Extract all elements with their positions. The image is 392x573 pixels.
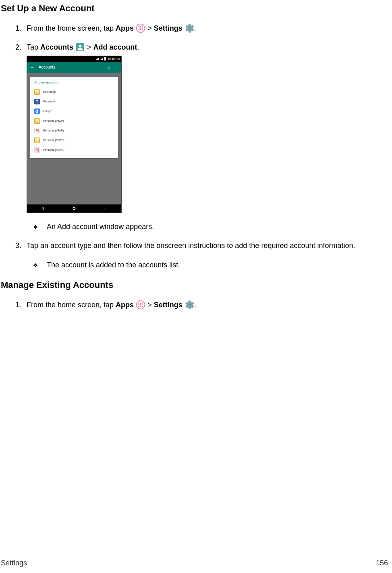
bold-addaccount: Add account xyxy=(93,43,137,51)
svg-point-21 xyxy=(142,304,143,305)
phone-frame: 10:30 PM ← Accounts ⌕ ⋮ Add an account E… xyxy=(27,56,122,213)
navbar xyxy=(27,204,121,213)
svg-point-18 xyxy=(142,302,143,304)
list-item[interactable]: Personal (IMAP) xyxy=(34,126,114,135)
step-text: From the home screen, tap xyxy=(27,24,116,32)
mail-icon xyxy=(34,118,40,124)
bold-apps: Apps xyxy=(116,24,134,32)
google-icon xyxy=(34,108,40,114)
signal-icon xyxy=(95,58,99,60)
nav-home-icon[interactable] xyxy=(72,206,77,211)
list-item-label: Google xyxy=(43,109,52,113)
battery-icon xyxy=(104,57,106,60)
note-list: ❖ An Add account window appears. xyxy=(33,222,392,232)
bold-settings: Settings xyxy=(154,301,183,309)
list-item-label: Personal (IMAP) xyxy=(43,129,64,133)
list-item-label: Personal (POP3) xyxy=(43,138,64,142)
list-item[interactable]: Personal (IMAP) xyxy=(34,116,114,126)
apps-icon xyxy=(136,23,145,33)
list-item-label: Personal (POP3) xyxy=(43,148,64,152)
svg-point-1 xyxy=(139,26,140,27)
list-item-label: Personal (IMAP) xyxy=(43,119,64,123)
list-item[interactable]: Google xyxy=(34,106,114,116)
svg-point-13 xyxy=(73,207,75,210)
diamond-bullet-icon: ❖ xyxy=(33,223,38,231)
gmail-icon xyxy=(34,147,40,153)
nav-back-icon[interactable] xyxy=(40,206,45,211)
svg-point-20 xyxy=(140,304,141,305)
svg-point-9 xyxy=(142,29,143,30)
apps-icon xyxy=(136,300,145,310)
appbar-title: Accounts xyxy=(39,65,104,70)
svg-point-8 xyxy=(140,29,141,30)
note-item: ❖ The account is added to the accounts l… xyxy=(33,260,392,270)
note-list: ❖ The account is added to the accounts l… xyxy=(33,260,392,270)
steps-list-setup: From the home screen, tap Apps > Setting… xyxy=(23,23,392,270)
section-heading-manage: Manage Existing Accounts xyxy=(1,279,392,292)
exchange-icon xyxy=(34,89,40,95)
footer-page: 156 xyxy=(376,558,388,568)
facebook-icon xyxy=(34,99,40,104)
step-1: From the home screen, tap Apps > Setting… xyxy=(23,300,392,310)
svg-point-24 xyxy=(142,306,143,307)
search-icon[interactable]: ⌕ xyxy=(108,64,111,70)
note-text: An Add account window appears. xyxy=(47,223,154,231)
footer-section: Settings xyxy=(1,558,27,568)
bold-apps: Apps xyxy=(116,301,134,309)
accounts-icon xyxy=(75,42,85,52)
svg-point-6 xyxy=(142,27,143,29)
appbar: ← Accounts ⌕ ⋮ xyxy=(27,62,121,73)
svg-point-12 xyxy=(79,45,81,47)
svg-point-16 xyxy=(139,302,140,304)
list-item-label: Facebook xyxy=(43,100,56,104)
page-footer: Settings 156 xyxy=(1,558,388,568)
note-item: ❖ An Add account window appears. xyxy=(33,222,392,232)
svg-point-10 xyxy=(188,27,191,29)
svg-point-7 xyxy=(139,29,140,30)
step-1: From the home screen, tap Apps > Setting… xyxy=(23,23,392,33)
section-heading-setup: Set Up a New Account xyxy=(1,2,392,15)
svg-point-3 xyxy=(142,26,143,27)
gmail-icon xyxy=(34,128,40,133)
steps-list-manage: From the home screen, tap Apps > Setting… xyxy=(23,300,392,310)
step-text: Tap an account type and then follow the … xyxy=(27,242,355,250)
statusbar: 10:30 PM xyxy=(27,56,121,62)
menu-icon[interactable]: ⋮ xyxy=(115,65,119,70)
statusbar-time: 10:30 PM xyxy=(108,57,120,61)
svg-point-22 xyxy=(139,306,140,307)
svg-point-17 xyxy=(140,302,141,304)
step-2: Tap Accounts > Add account. 10:30 PM ← A… xyxy=(23,42,392,232)
list-item[interactable]: Facebook xyxy=(34,97,114,106)
add-account-card: Add an account Exchange Facebook Google … xyxy=(30,77,118,158)
phone-screenshot: 10:30 PM ← Accounts ⌕ ⋮ Add an account E… xyxy=(27,56,392,213)
svg-point-19 xyxy=(139,304,140,305)
back-icon[interactable]: ← xyxy=(29,64,35,71)
card-header: Add an account xyxy=(34,80,114,85)
svg-point-4 xyxy=(139,27,140,29)
note-text: The account is added to the accounts lis… xyxy=(47,261,180,269)
list-item-label: Exchange xyxy=(43,90,56,94)
bold-settings: Settings xyxy=(154,24,183,32)
wifi-icon xyxy=(100,58,103,60)
svg-point-23 xyxy=(140,306,141,307)
bold-accounts: Accounts xyxy=(40,43,73,51)
step-3: Tap an account type and then follow the … xyxy=(23,241,392,270)
svg-point-2 xyxy=(140,26,141,27)
nav-recent-icon[interactable] xyxy=(103,206,108,211)
settings-icon xyxy=(185,300,195,310)
list-item[interactable]: Personal (POP3) xyxy=(34,145,114,155)
step-text: From the home screen, tap xyxy=(27,301,116,309)
list-item[interactable]: Exchange xyxy=(34,87,114,97)
svg-point-5 xyxy=(140,27,141,29)
diamond-bullet-icon: ❖ xyxy=(33,262,38,270)
step-text: Tap xyxy=(27,43,40,51)
settings-icon xyxy=(185,23,195,33)
list-item[interactable]: Personal (POP3) xyxy=(34,135,114,145)
mail-icon xyxy=(34,138,40,143)
svg-rect-14 xyxy=(104,207,107,210)
svg-point-25 xyxy=(188,303,191,306)
